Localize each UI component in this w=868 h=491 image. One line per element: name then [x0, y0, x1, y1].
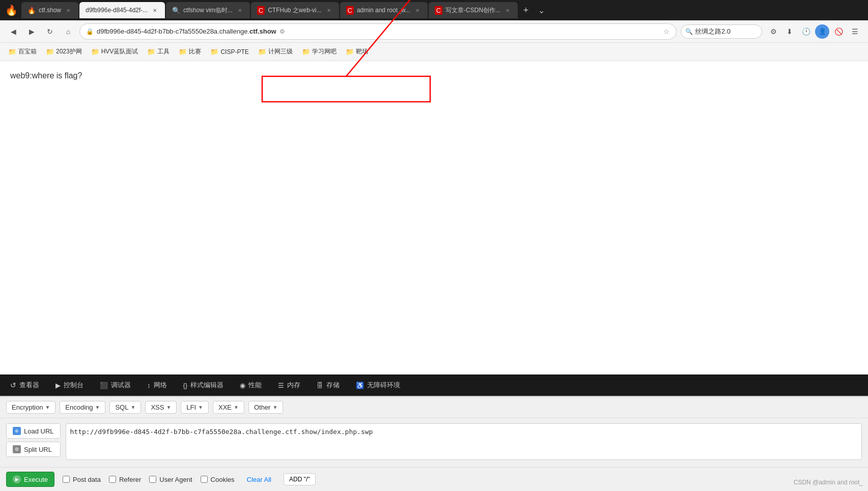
- bookmark-hvv[interactable]: 📁 HVV蓝队面试: [87, 45, 143, 58]
- bookmark-tools[interactable]: 📁 工具: [143, 45, 174, 58]
- lfi-dropdown[interactable]: LFI ▼: [181, 401, 209, 414]
- xss-dropdown[interactable]: XSS ▼: [145, 401, 177, 414]
- tab-close-1[interactable]: ✕: [64, 6, 72, 14]
- folder-icon: 📁: [147, 48, 155, 55]
- address-domain: ctf.show: [249, 27, 276, 35]
- user-agent-checkbox-group: User Agent: [149, 476, 192, 483]
- post-data-checkbox-group: Post data: [63, 476, 101, 483]
- tab-close-2[interactable]: ✕: [151, 6, 159, 14]
- load-url-button[interactable]: ⊕ Load URL: [6, 423, 61, 439]
- debugger-label: 调试器: [111, 381, 131, 390]
- bookmark-百宝箱[interactable]: 📁 百宝箱: [4, 45, 41, 58]
- tab-close-5[interactable]: ✕: [413, 6, 422, 14]
- performance-label: 性能: [248, 381, 262, 390]
- xxe-dropdown[interactable]: XXE ▼: [213, 401, 244, 414]
- tab-admin[interactable]: C admin and root_w... ✕: [340, 2, 428, 18]
- devtools-storage[interactable]: 🗄 存储: [313, 379, 344, 392]
- bookmark-label: 工具: [157, 47, 170, 56]
- tab-label-2: d9fb996e-d845-4d2f-...: [86, 7, 148, 14]
- referer-checkbox[interactable]: [109, 476, 116, 483]
- bookmark-study[interactable]: 📁 学习网吧: [298, 45, 341, 58]
- split-url-button[interactable]: ⚙ Split URL: [6, 442, 61, 457]
- tab-overflow-button[interactable]: ⌄: [534, 3, 548, 17]
- tab-ctfshow[interactable]: 🔥 ctf.show ✕: [21, 2, 78, 18]
- tab-ctfhub[interactable]: C CTFHub 之web-vi... ✕: [251, 2, 339, 18]
- split-url-icon: ⚙: [13, 445, 21, 453]
- address-display: d9fb996e-d845-4d2f-b7bb-c7fa5550e28a.cha…: [97, 27, 276, 35]
- inspector-label: 查看器: [19, 381, 39, 390]
- tab-csdn[interactable]: C 写文章-CSDN创作... ✕: [429, 2, 518, 18]
- tab-close-3[interactable]: ✕: [236, 6, 244, 14]
- style-editor-label: 样式编辑器: [190, 381, 223, 390]
- sql-dropdown[interactable]: SQL ▼: [109, 401, 141, 414]
- bookmarks-bar: 📁 百宝箱 📁 2023护网 📁 HVV蓝队面试 📁 工具 📁 比赛 📁 CIS…: [0, 43, 868, 61]
- tab-label-1: ctf.show: [39, 7, 61, 14]
- user-agent-label: User Agent: [159, 476, 192, 483]
- encryption-label: Encryption: [12, 403, 43, 411]
- devtools-style-editor[interactable]: {} 样式编辑器: [179, 379, 228, 392]
- debugger-icon: ⬛: [100, 382, 108, 389]
- hackbar-url-input[interactable]: http://d9fb996e-d845-4d2f-b7bb-c7fa5550e…: [66, 423, 862, 460]
- devtools-bar: ↺ 查看器 ▶ 控制台 ⬛ 调试器 ↕ 网络 {} 样式编辑器 ◉ 性能 ☰ 内…: [0, 374, 868, 396]
- cookies-checkbox[interactable]: [201, 476, 208, 483]
- tab-close-4[interactable]: ✕: [325, 6, 333, 14]
- tab-close-6[interactable]: ✕: [503, 6, 512, 14]
- clear-all-button[interactable]: Clear All: [247, 476, 271, 483]
- block-icon[interactable]: 🚫: [831, 24, 846, 39]
- hackbar-left-buttons: ⊕ Load URL ⚙ Split URL: [6, 423, 61, 457]
- tab-bar: 🔥 🔥 ctf.show ✕ d9fb996e-d845-4d2f-... ✕ …: [0, 0, 868, 20]
- download-icon[interactable]: ⬇: [782, 24, 797, 39]
- tab-ctfshow-vim[interactable]: 🔍 ctfshow vim临时... ✕: [166, 2, 250, 18]
- refresh-button[interactable]: ↻: [43, 24, 57, 39]
- csdn-watermark: CSDN @admin and root_: [794, 479, 863, 486]
- address-input-container[interactable]: 🔒 d9fb996e-d845-4d2f-b7bb-c7fa5550e28a.c…: [79, 23, 677, 40]
- bookmark-network3[interactable]: 📁 计网三级: [254, 45, 297, 58]
- lfi-arrow-icon: ▼: [198, 405, 203, 410]
- tab-label-6: 写文章-CSDN创作...: [445, 6, 500, 15]
- history-icon[interactable]: 🕐: [799, 24, 813, 39]
- bookmark-2023护网[interactable]: 📁 2023护网: [42, 45, 86, 58]
- devtools-inspector[interactable]: ↺ 查看器: [6, 379, 43, 392]
- other-dropdown[interactable]: Other ▼: [248, 401, 283, 414]
- devtools-performance[interactable]: ◉ 性能: [236, 379, 266, 392]
- post-data-checkbox[interactable]: [63, 476, 70, 483]
- encryption-arrow-icon: ▼: [45, 405, 50, 410]
- forward-button[interactable]: ▶: [24, 24, 39, 39]
- folder-icon: 📁: [302, 48, 310, 55]
- encryption-dropdown[interactable]: Encryption ▼: [6, 401, 55, 414]
- menu-icon[interactable]: ☰: [848, 24, 862, 39]
- encoding-dropdown[interactable]: Encoding ▼: [60, 401, 105, 414]
- bookmark-race[interactable]: 📁 比赛: [175, 45, 205, 58]
- devtools-accessibility[interactable]: ♿ 无障碍环境: [352, 379, 404, 392]
- encoding-arrow-icon: ▼: [95, 405, 100, 410]
- user-agent-checkbox[interactable]: [149, 476, 156, 483]
- bookmark-star-icon[interactable]: ☆: [663, 27, 670, 36]
- devtools-console[interactable]: ▶ 控制台: [51, 379, 88, 392]
- folder-icon: 📁: [210, 48, 218, 55]
- bookmark-label: 百宝箱: [18, 47, 37, 56]
- hackbar-url-area: http://d9fb996e-d845-4d2f-b7bb-c7fa5550e…: [66, 423, 862, 462]
- tab-active[interactable]: d9fb996e-d845-4d2f-... ✕: [79, 2, 165, 18]
- add-slash-button[interactable]: ADD "/": [284, 473, 316, 485]
- hackbar-toolbar: Encryption ▼ Encoding ▼ SQL ▼ XSS ▼ LFI …: [0, 397, 868, 418]
- back-button[interactable]: ◀: [6, 24, 20, 39]
- bookmark-target[interactable]: 📁 靶场: [342, 45, 372, 58]
- devtools-network[interactable]: ↕ 网络: [143, 379, 171, 392]
- bookmark-label: CISP-PTE: [220, 48, 248, 55]
- other-label: Other: [254, 403, 271, 411]
- execute-button[interactable]: ▶ Execute: [6, 472, 54, 487]
- profile-avatar[interactable]: 👤: [815, 24, 829, 39]
- devtools-debugger[interactable]: ⬛ 调试器: [96, 379, 135, 392]
- devtools-memory[interactable]: ☰ 内存: [274, 379, 304, 392]
- folder-icon: 📁: [179, 48, 187, 55]
- bookmark-cisp[interactable]: 📁 CISP-PTE: [206, 46, 253, 57]
- load-url-icon: ⊕: [13, 427, 21, 435]
- extensions-icon[interactable]: ⚙: [766, 24, 780, 39]
- search-text[interactable]: 丝绸之路2.0: [695, 27, 731, 36]
- new-tab-button[interactable]: +: [519, 3, 533, 17]
- home-button[interactable]: ⌂: [61, 24, 75, 39]
- xxe-arrow-icon: ▼: [234, 405, 239, 410]
- xss-arrow-icon: ▼: [166, 405, 171, 410]
- referer-label: Referer: [119, 476, 141, 483]
- reader-mode-icon: ⚙: [279, 28, 285, 35]
